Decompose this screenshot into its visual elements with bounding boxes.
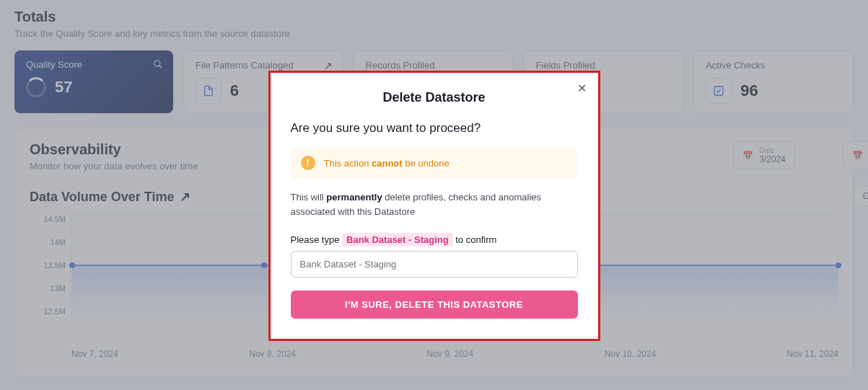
- confirm-name-input[interactable]: [291, 251, 578, 278]
- close-icon[interactable]: ✕: [577, 83, 587, 94]
- type-prefix: Please type: [291, 234, 343, 245]
- body-prefix: This will: [291, 192, 327, 203]
- datastore-name-chip: Bank Dataset - Staging: [342, 233, 453, 247]
- warning-banner: ! This action cannot be undone: [291, 147, 578, 179]
- modal-overlay[interactable]: ✕ Delete Datastore Are you sure you want…: [0, 0, 868, 390]
- warning-icon: !: [301, 156, 315, 170]
- warning-text-bold: cannot: [372, 158, 403, 169]
- warning-text: This action cannot be undone: [324, 158, 450, 169]
- delete-datastore-modal: ✕ Delete Datastore Are you sure you want…: [268, 71, 600, 341]
- modal-title: Delete Datastore: [291, 90, 578, 105]
- modal-body-text: This will permanently delete profiles, c…: [291, 190, 578, 218]
- warning-text-prefix: This action: [324, 158, 372, 169]
- confirm-type-label: Please type Bank Dataset - Staging to co…: [291, 234, 578, 245]
- body-bold: permanently: [326, 192, 382, 203]
- confirm-delete-button[interactable]: I'M SURE, DELETE THIS DATASTORE: [291, 291, 578, 319]
- type-suffix: to confirm: [453, 234, 497, 245]
- modal-subtitle: Are you sure you want to proceed?: [291, 121, 578, 136]
- warning-text-suffix: be undone: [403, 158, 450, 169]
